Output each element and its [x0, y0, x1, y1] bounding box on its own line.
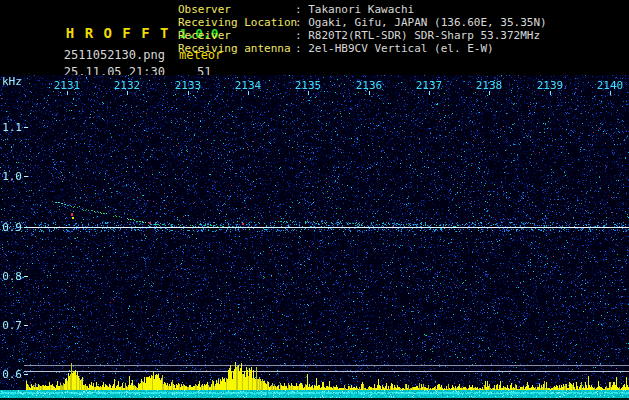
- time-label: 2131: [52, 79, 82, 92]
- freq-label: 1.1: [2, 121, 22, 134]
- time-label: 2135: [293, 79, 323, 92]
- freq-label: 0.7: [2, 319, 22, 332]
- info-row: Receiving antenna: 2el-HB9CV Vertical (e…: [178, 42, 547, 55]
- freq-label: 1.0: [2, 170, 22, 183]
- info-value: : Takanori Kawachi: [295, 3, 414, 16]
- time-label: 2134: [233, 79, 263, 92]
- time-label: 2133: [173, 79, 203, 92]
- info-label: Receiving Location: [178, 16, 295, 29]
- time-label: 2139: [535, 79, 565, 92]
- info-row: Receiver: R820T2(RTL-SDR) SDR-Sharp 53.3…: [178, 29, 547, 42]
- time-label: 2136: [354, 79, 384, 92]
- time-label: 2140: [595, 79, 625, 92]
- spectrogram-canvas: [0, 75, 629, 400]
- info-label: Observer: [178, 3, 295, 16]
- info-value: : 2el-HB9CV Vertical (el. E-W): [295, 42, 494, 55]
- receiver-info: Observer: Takanori Kawachi Receiving Loc…: [178, 3, 547, 55]
- info-value: : R820T2(RTL-SDR) SDR-Sharp 53.372MHz: [295, 29, 540, 42]
- freq-unit-label: kHz: [2, 75, 22, 88]
- time-label: 2137: [414, 79, 444, 92]
- time-label: 2132: [112, 79, 142, 92]
- freq-label: 0.8: [2, 270, 22, 283]
- info-value: : Ogaki, Gifu, JAPAN (136.60E, 35.35N): [295, 16, 547, 29]
- freq-label: 0.6: [2, 368, 22, 381]
- info-row: Observer: Takanori Kawachi: [178, 3, 547, 16]
- info-label: Receiver: [178, 29, 295, 42]
- spectrogram: kHz 2131 2132 2133 2134 2135 2136 2137 2…: [0, 75, 629, 400]
- info-row: Receiving Location: Ogaki, Gifu, JAPAN (…: [178, 16, 547, 29]
- time-label: 2138: [474, 79, 504, 92]
- info-label: Receiving antenna: [178, 42, 295, 55]
- hrofft-window: H R O F F T1.0.0 2511052130.pngmeteor 25…: [0, 0, 629, 400]
- header: H R O F F T1.0.0 2511052130.pngmeteor 25…: [0, 0, 629, 75]
- freq-label: 0.9: [2, 221, 22, 234]
